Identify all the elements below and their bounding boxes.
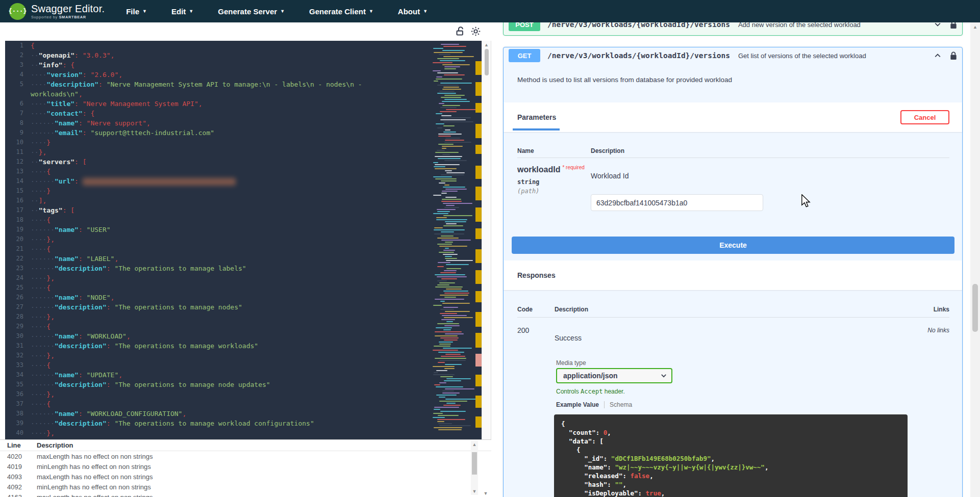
code-line[interactable]: 21····{: [5, 244, 482, 254]
code-line[interactable]: 35······"description": "The operations t…: [5, 380, 482, 389]
example-value-block[interactable]: { "count": 0, "data": [ { "_id": "dDCf1B…: [554, 414, 908, 497]
code-line[interactable]: 3··"info": {: [5, 60, 482, 70]
error-row[interactable]: 4020maxLength has no effect on non strin…: [0, 451, 491, 461]
code-line[interactable]: 39······"description": "The operations t…: [5, 418, 482, 428]
code-line[interactable]: 15····}: [5, 186, 482, 196]
warning-marker[interactable]: [475, 270, 482, 284]
code-line[interactable]: 34······"name": "UPDATE",: [5, 370, 482, 380]
warning-marker[interactable]: [475, 61, 482, 75]
corner-scroll-down-icon[interactable]: ▼: [482, 491, 489, 496]
code-line[interactable]: 13····{: [5, 167, 482, 176]
code-line[interactable]: 5····"description": "Nerve Management Sy…: [5, 80, 482, 89]
warning-marker[interactable]: [475, 375, 482, 386]
editor-scrollbar-thumb[interactable]: [485, 49, 489, 75]
warning-marker[interactable]: [475, 249, 482, 263]
code-line[interactable]: workloads\n",: [5, 89, 482, 99]
code-line[interactable]: 16··],: [5, 196, 482, 205]
code-line[interactable]: 17··"tags": [: [5, 205, 482, 215]
code-line[interactable]: 38······"name": "WORKLOAD_CONFIGURATION"…: [5, 409, 482, 418]
code-line[interactable]: 22······"name": "LABEL",: [5, 254, 482, 264]
error-scroll-up-icon[interactable]: ▲: [471, 442, 478, 447]
warning-marker[interactable]: [475, 145, 482, 154]
get-method-badge[interactable]: GET: [509, 49, 540, 62]
scroll-up-icon[interactable]: ▲: [482, 42, 491, 47]
code-line[interactable]: 32····},: [5, 351, 482, 360]
execute-button[interactable]: Execute: [512, 237, 954, 254]
code-line[interactable]: 7····"contact": {: [5, 109, 482, 118]
code-line[interactable]: 12··"servers": [: [5, 157, 482, 167]
warning-marker[interactable]: [475, 124, 482, 138]
code-line[interactable]: 19······"name": "USER": [5, 225, 482, 234]
get-opblock-header[interactable]: GET /nerve/v3/workloads/{workloadId}/ver…: [504, 47, 962, 64]
code-line[interactable]: 11··},: [5, 147, 482, 157]
code-line[interactable]: 4····"version": "2.6.0",: [5, 70, 482, 80]
chevron-up-icon[interactable]: [934, 51, 942, 60]
code-editor[interactable]: 1{2··"openapi": "3.0.3",3··"info": {4···…: [5, 41, 482, 439]
swagger-logo[interactable]: {···} Swagger Editor. Supported by SMART…: [9, 3, 105, 20]
warning-marker-strip[interactable]: [475, 41, 482, 439]
page-scrollbar-thumb[interactable]: [972, 284, 978, 332]
code-line[interactable]: 28····},: [5, 312, 482, 322]
lock-icon[interactable]: [950, 51, 957, 60]
media-type-select[interactable]: application/json: [556, 368, 672, 383]
tab-schema[interactable]: Schema: [610, 401, 632, 408]
code-line[interactable]: 24····},: [5, 273, 482, 283]
warning-marker[interactable]: [475, 103, 482, 113]
warning-marker[interactable]: [475, 82, 482, 96]
code-line[interactable]: 36····},: [5, 389, 482, 399]
menu-about[interactable]: About▼: [398, 7, 428, 16]
menu-edit[interactable]: Edit▼: [171, 7, 193, 16]
code-line[interactable]: 6····"title": "Nerve Management System A…: [5, 99, 482, 109]
code-line[interactable]: 9······"email": "support@tttech-industri…: [5, 128, 482, 138]
warning-marker[interactable]: [475, 228, 482, 239]
code-line[interactable]: 14······"url":: [5, 176, 482, 186]
warning-marker[interactable]: [475, 312, 482, 327]
code-line[interactable]: 33····{: [5, 360, 482, 370]
workloadid-input[interactable]: [591, 194, 763, 211]
editor-minimap[interactable]: [433, 44, 476, 436]
cancel-button[interactable]: Cancel: [900, 110, 949, 124]
code-line[interactable]: 30······"name": "WORKLOAD",: [5, 331, 482, 341]
code-line[interactable]: 23······"description": "The operations t…: [5, 264, 482, 273]
code-line[interactable]: 2··"openapi": "3.0.3",: [5, 50, 482, 60]
code-line[interactable]: 27······"description": "The operations t…: [5, 302, 482, 312]
menu-generate-client[interactable]: Generate Client▼: [309, 7, 373, 16]
menu-generate-server[interactable]: Generate Server▼: [218, 7, 285, 16]
warning-marker[interactable]: [475, 187, 482, 200]
minimap-line: [443, 348, 472, 349]
code-line[interactable]: 8······"name": "Nerve support",: [5, 118, 482, 128]
error-row[interactable]: 4092minLength has no effect on non strin…: [0, 482, 491, 492]
tab-example-value[interactable]: Example Value: [556, 401, 599, 408]
editor-scrollbar[interactable]: ▲: [482, 41, 491, 439]
warning-marker[interactable]: [475, 207, 482, 222]
code-line[interactable]: 31······"description": "The operations t…: [5, 341, 482, 351]
line-content: ····{: [30, 244, 51, 254]
code-line[interactable]: 40····},: [5, 428, 482, 438]
code-line[interactable]: 26······"name": "NODE",: [5, 293, 482, 302]
code-line[interactable]: 10····}: [5, 138, 482, 147]
theme-brightness-icon[interactable]: [470, 26, 481, 37]
error-panel-scrollbar[interactable]: ▲ ▼: [471, 441, 478, 495]
page-scrollbar[interactable]: ▲: [970, 22, 980, 497]
code-line[interactable]: 20····},: [5, 234, 482, 244]
code-line[interactable]: 29····{: [5, 322, 482, 331]
code-line[interactable]: 37····{: [5, 399, 482, 409]
warning-marker[interactable]: [475, 396, 482, 408]
warning-marker[interactable]: [475, 166, 482, 179]
error-marker[interactable]: [475, 354, 482, 367]
error-row[interactable]: 4093maxLength has no effect on non strin…: [0, 472, 491, 482]
code-line[interactable]: 18····{: [5, 215, 482, 225]
code-line[interactable]: 1{: [5, 41, 482, 50]
menu-file[interactable]: File▼: [126, 7, 147, 16]
error-scrollbar-thumb[interactable]: [472, 452, 477, 475]
error-scroll-down-icon[interactable]: ▼: [471, 489, 478, 494]
warning-marker[interactable]: [475, 333, 482, 348]
warning-marker[interactable]: [475, 291, 482, 302]
error-row[interactable]: 4019minLength has no effect on non strin…: [0, 461, 491, 472]
minimap-line: [439, 397, 445, 398]
page-scroll-up-icon[interactable]: ▲: [970, 24, 980, 30]
error-row[interactable]: 4163maxLength has no effect on non strin…: [0, 492, 491, 497]
warning-marker[interactable]: [475, 416, 482, 428]
code-line[interactable]: 25····{: [5, 283, 482, 293]
unlock-icon[interactable]: [455, 26, 466, 37]
